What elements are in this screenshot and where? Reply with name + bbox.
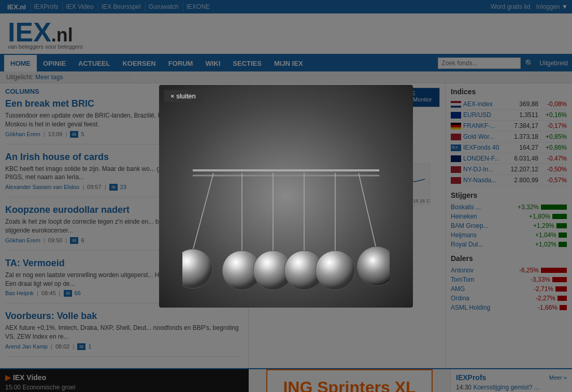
cradle-svg [182, 163, 390, 297]
svg-line-16 [359, 173, 377, 251]
modal-close-button[interactable]: sluiten [164, 90, 202, 102]
modal-content [159, 85, 413, 308]
svg-line-6 [193, 173, 213, 251]
modal-overlay: sluiten [0, 0, 572, 392]
newtons-cradle [182, 163, 390, 297]
modal-box: sluiten [159, 85, 413, 308]
svg-point-15 [316, 251, 355, 290]
svg-point-17 [357, 246, 390, 286]
svg-point-7 [182, 249, 212, 288]
